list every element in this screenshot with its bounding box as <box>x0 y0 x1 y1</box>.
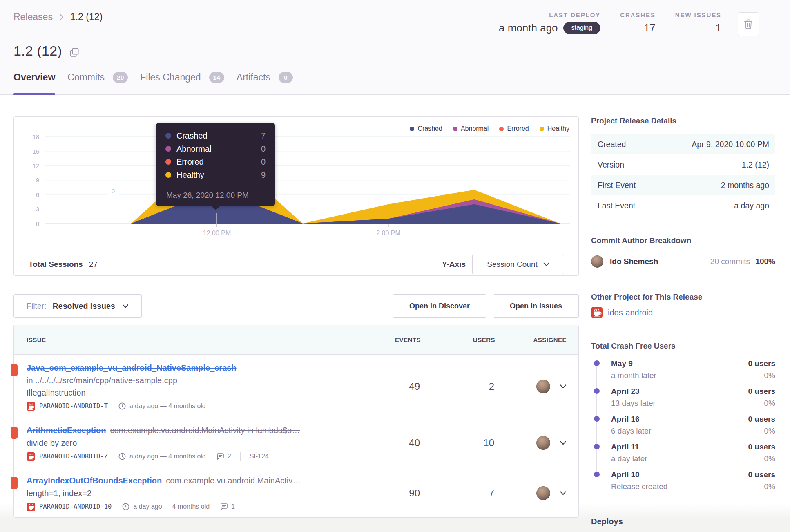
filter-label: Filter: <box>27 302 47 311</box>
tab-commits[interactable]: Commits20 <box>67 72 128 95</box>
issue-annotation: SI-124 <box>250 453 269 460</box>
java-project-icon <box>27 503 35 511</box>
y-tick-label: 18 <box>33 134 39 140</box>
timeline-dot <box>594 444 600 449</box>
tab-files-changed[interactable]: Files Changed14 <box>140 72 224 95</box>
stat-last-deploy-label: LAST DEPLOY <box>549 11 600 18</box>
crash-free-entry-main: April 166 days later <box>611 415 748 435</box>
other-project-block: Other Project for This Release idos-andr… <box>591 293 775 318</box>
issue-age-text: a day ago — 4 months old <box>133 503 210 510</box>
issue-project: PARANOID-ANDROID-Z <box>27 452 108 461</box>
stat-new-issues-value: 1 <box>716 22 721 34</box>
crash-free-percent: 0% <box>748 455 775 463</box>
copy-version-button[interactable] <box>69 47 79 57</box>
breadcrumb-releases-link[interactable]: Releases <box>13 11 53 22</box>
detail-row: First Event2 months ago <box>591 175 775 195</box>
y-tick-label: 3 <box>36 206 39 212</box>
assignee-avatar <box>536 380 550 393</box>
detail-key: Last Event <box>598 201 734 210</box>
assignee-dropdown-chevron[interactable] <box>560 491 567 495</box>
legend-item-healthy[interactable]: Healthy <box>540 125 569 132</box>
legend-item-crashed[interactable]: Crashed <box>410 125 442 132</box>
col-users: USERS <box>421 336 495 343</box>
issue-events-count: 90 <box>368 487 421 499</box>
issue-row: ArithmeticExceptioncom.example.vu.androi… <box>14 417 578 467</box>
clock-icon <box>118 453 126 460</box>
delete-release-button[interactable] <box>738 12 759 36</box>
y-tick-label: 15 <box>33 148 39 155</box>
detail-key: Version <box>598 160 742 170</box>
stat-crashes-label: CRASHES <box>620 11 656 18</box>
project-link-row: idos-android <box>591 307 775 318</box>
open-in-issues-button[interactable]: Open in Issues <box>493 294 579 318</box>
issue-assignee <box>495 486 567 500</box>
chevron-down-icon <box>122 304 129 308</box>
issue-title-link[interactable]: Java_com_example_vu_android_NativeSample… <box>27 363 237 372</box>
stat-last-deploy: LAST DEPLOY a month ago staging <box>499 11 600 34</box>
crash-free-entry-values: 0 users0% <box>748 359 775 380</box>
trash-icon <box>743 19 753 29</box>
comment-count: 1 <box>231 503 235 510</box>
crash-free-percent: 0% <box>748 399 775 407</box>
error-level-indicator <box>11 477 18 489</box>
clock-icon <box>122 503 129 510</box>
issue-culprit: com.example.vu.android.MainActivity in l… <box>110 426 300 435</box>
tab-label: Overview <box>13 72 55 83</box>
tab-artifacts[interactable]: Artifacts0 <box>237 72 293 95</box>
issue-message: length=1; index=2 <box>27 487 355 499</box>
legend-item-abnormal[interactable]: Abnormal <box>453 125 489 132</box>
issues-filter-bar: Filter: Resolved Issues Open in Discover… <box>13 294 579 318</box>
authors-heading: Commit Author Breakdown <box>591 236 775 245</box>
assignee-dropdown-chevron[interactable] <box>560 440 567 445</box>
x-tick-label: 12:00 PM <box>203 230 231 237</box>
comment-icon <box>220 503 228 510</box>
issues-filter-dropdown[interactable]: Filter: Resolved Issues <box>13 294 142 318</box>
timeline-dot <box>594 360 600 366</box>
crash-free-date: April 10 <box>611 470 748 479</box>
detail-row: CreatedApr 9, 2020 10:00 PM <box>591 134 775 154</box>
tab-overview[interactable]: Overview <box>13 72 55 95</box>
error-level-indicator <box>11 364 18 376</box>
crash-free-entry: April 166 days later0 users0% <box>591 415 775 435</box>
breadcrumb: Releases 1.2 (12) <box>13 11 103 22</box>
crash-free-detail: a month later <box>611 371 748 380</box>
comment-count: 2 <box>228 453 231 460</box>
filter-value: Resolved Issues <box>53 302 115 311</box>
copy-icon <box>69 47 79 57</box>
col-issue: ISSUE <box>27 336 368 343</box>
other-project-link[interactable]: idos-android <box>608 308 653 317</box>
yaxis-label: Y-Axis <box>442 260 466 269</box>
deploys-heading: Deploys <box>591 517 775 526</box>
issue-users-count: 7 <box>421 487 495 499</box>
release-stats: LAST DEPLOY a month ago staging CRASHES … <box>499 11 759 36</box>
tooltip-row: Crashed7 <box>165 129 266 142</box>
issue-project: PARANOID-ANDROID-10 <box>27 503 112 511</box>
assignee-dropdown-chevron[interactable] <box>560 384 567 389</box>
assignee-avatar <box>536 486 550 500</box>
crash-free-heading: Total Crash Free Users <box>591 342 775 351</box>
crash-free-users: 0 users <box>748 359 775 368</box>
open-in-discover-button[interactable]: Open in Discover <box>393 294 486 318</box>
col-assignee: ASSIGNEE <box>495 336 567 343</box>
tooltip-series-dot <box>165 159 171 165</box>
issue-age: a day ago — 4 months old <box>118 453 206 460</box>
tab-badge: 20 <box>113 72 128 83</box>
legend-item-errored[interactable]: Errored <box>499 125 529 132</box>
total-sessions-value: 27 <box>89 260 98 269</box>
legend-dot <box>410 127 414 131</box>
yaxis-control: Y-Axis Session Count <box>442 254 564 275</box>
legend-dot <box>540 127 544 131</box>
yaxis-select[interactable]: Session Count <box>472 254 564 275</box>
y-tick-label: 6 <box>36 192 39 198</box>
tooltip-divider <box>156 186 275 186</box>
author-commit-count: 20 commits <box>710 257 750 266</box>
detail-key: First Event <box>598 181 721 190</box>
release-sidebar: Project Release Details CreatedApr 9, 20… <box>591 116 775 526</box>
tooltip-row: Errored0 <box>165 155 266 168</box>
issue-message: IllegalInstruction <box>27 387 355 399</box>
issue-title-link[interactable]: ArithmeticException <box>27 426 106 435</box>
stat-new-issues-label: NEW ISSUES <box>675 11 721 18</box>
page-title: 1.2 (12) <box>13 43 62 59</box>
timeline-dot <box>594 472 600 477</box>
issue-title-link[interactable]: ArrayIndexOutOfBoundsException <box>27 476 162 485</box>
